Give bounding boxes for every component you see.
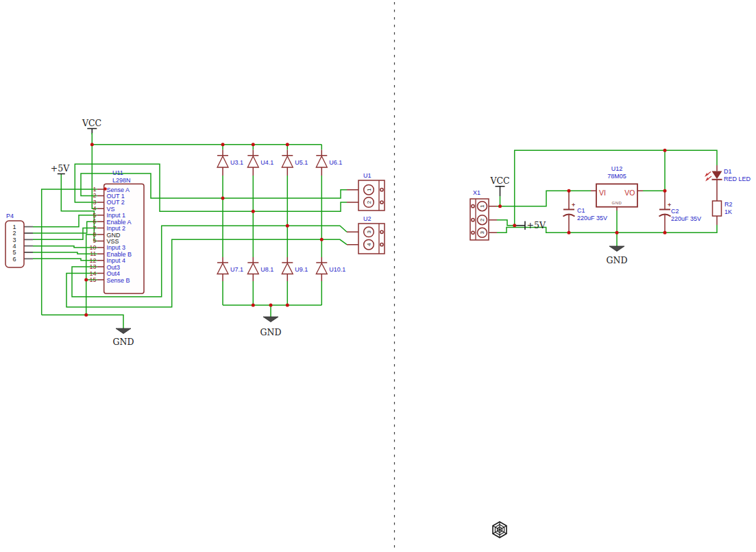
u1-pin-stubs <box>347 190 358 202</box>
svg-text:15: 15 <box>89 276 96 283</box>
u1-terminal-2-digit: 2 <box>366 200 372 204</box>
component-u11-l298n[interactable]: U11 L298N 1 2 3 4 5 6 7 8 9 10 11 12 13 … <box>89 169 144 293</box>
gnd-label-right: GND <box>607 255 628 265</box>
wire-x1-1-to-vi[interactable] <box>497 191 591 206</box>
diode-u4-symbol[interactable] <box>247 156 258 167</box>
diode-u6-symbol[interactable] <box>316 156 327 167</box>
svg-text:Input 1: Input 1 <box>107 212 126 219</box>
wire-p4-6-input4[interactable] <box>33 259 97 260</box>
c1-value: 220uF 35V <box>577 215 607 221</box>
component-p4-header[interactable]: P4 1 2 3 4 5 6 <box>5 213 33 267</box>
u11-value: L298N <box>112 177 131 184</box>
diode-u5-symbol[interactable] <box>282 156 293 167</box>
svg-text:9: 9 <box>93 237 96 244</box>
x1-hole-2 <box>472 219 474 221</box>
diode-u9-label: U9.1 <box>295 266 308 273</box>
diode-u7-label: U7.1 <box>230 266 243 273</box>
gnd-label-chip: GND <box>113 337 134 347</box>
r2-ref: R2 <box>724 201 733 208</box>
svg-text:VSS: VSS <box>107 238 119 245</box>
component-u1-terminal[interactable]: 1 2 U1 <box>347 172 385 211</box>
vcc-label-left: VCC <box>82 118 101 128</box>
p4-ref: P4 <box>6 213 14 219</box>
wire-x1-2-to-5v[interactable] <box>497 220 515 226</box>
d1-triangle[interactable] <box>712 171 722 180</box>
component-c2-capacitor[interactable]: + C2 220uF 35V <box>659 191 702 232</box>
c2-value: 220uF 35V <box>671 215 701 222</box>
gnd-symbol-right[interactable]: GND <box>607 246 628 265</box>
diode-u7-symbol[interactable] <box>217 263 228 274</box>
p4-pin-stubs <box>24 227 33 259</box>
u11-pin-stubs <box>97 189 104 280</box>
component-r2-resistor[interactable]: R2 1K <box>713 201 733 225</box>
r2-body[interactable] <box>713 201 722 216</box>
u2-terminal-4-digit: 4 <box>366 243 372 246</box>
p5v-symbol-right[interactable]: +5V <box>515 220 546 230</box>
u2-ref: U2 <box>363 215 371 222</box>
x1-terminal-1-digit: 1 <box>479 204 485 208</box>
diode-u8-symbol[interactable] <box>247 263 258 274</box>
svg-text:Out3: Out3 <box>107 264 121 271</box>
wire-vo[interactable] <box>643 150 665 191</box>
gnd-symbol-diodes[interactable]: GND <box>260 317 282 337</box>
component-u12-78m05[interactable]: U12 78M05 VI VO GND <box>591 165 643 211</box>
u2-hole-3 <box>380 230 383 233</box>
svg-text:Sense B: Sense B <box>107 277 130 284</box>
diode-u3-label: U3.1 <box>230 159 243 166</box>
flyback-diodes[interactable]: U3.1 U4.1 U5.1 U6.1 U7.1 U8.1 U9.1 U10.1 <box>217 150 345 282</box>
d1-ref: D1 <box>724 168 732 175</box>
diode-u6-label: U6.1 <box>329 159 342 166</box>
u2-hole-4 <box>380 243 383 246</box>
svg-text:OUT 1: OUT 1 <box>107 193 125 200</box>
r2-value: 1K <box>724 208 732 215</box>
c1-polarity: + <box>572 202 575 208</box>
p5v-symbol-left[interactable]: +5V <box>51 163 70 174</box>
u12-pin-gnd: GND <box>612 201 622 205</box>
p4-pin-numbers: 1 2 3 4 5 6 <box>12 224 16 263</box>
x1-hole-1 <box>472 205 474 208</box>
u1-terminal-1-digit: 1 <box>366 188 372 191</box>
wire-p4-5-enableb[interactable] <box>33 252 97 254</box>
vcc-symbol-right[interactable]: VCC <box>489 176 509 196</box>
x1-terminal-2-digit: 2 <box>479 218 485 221</box>
c1-ref: C1 <box>577 207 585 214</box>
u1-hole-2 <box>380 201 383 204</box>
x1-hole-3 <box>472 231 474 234</box>
u12-pin-vo: VO <box>624 189 635 197</box>
fritzing-web-logo <box>493 522 507 538</box>
diode-u10-symbol[interactable] <box>316 263 327 274</box>
p5v-label-left: +5V <box>51 163 70 173</box>
u12-ref: U12 <box>611 165 623 172</box>
u11-ref: U11 <box>112 169 123 176</box>
svg-text:13: 13 <box>89 263 96 270</box>
diode-u9-symbol[interactable] <box>282 263 293 274</box>
wire-p4-4-input3[interactable] <box>33 246 97 248</box>
wire-p4-1-input1[interactable] <box>33 215 97 227</box>
diode-u8-label: U8.1 <box>260 266 273 273</box>
left-power-symbols: VCC +5V GND GND <box>51 118 282 347</box>
wire-p4-3-input2[interactable] <box>33 228 97 240</box>
u12-value: 78M05 <box>607 173 626 180</box>
diode-u5-label: U5.1 <box>295 159 308 166</box>
wire-p4-2-enablea[interactable] <box>33 221 97 233</box>
wire-gnd-bus-left[interactable] <box>42 315 123 328</box>
component-x1-terminal[interactable]: 1 2 3 X1 <box>470 189 497 240</box>
d1-light-arrows <box>706 172 712 181</box>
x1-ref: X1 <box>473 189 480 196</box>
component-u2-terminal[interactable]: 3 4 U2 <box>347 215 385 254</box>
u1-ref: U1 <box>363 172 371 179</box>
gnd-symbol-chip[interactable]: GND <box>113 328 134 347</box>
component-d1-led[interactable]: D1 RED LED <box>706 165 751 201</box>
schematic-canvas: U11 L298N 1 2 3 4 5 6 7 8 9 10 11 12 13 … <box>0 0 756 552</box>
right-junction-dots <box>498 149 667 235</box>
vcc-symbol-left[interactable]: VCC <box>82 118 101 133</box>
u2-pin-stubs <box>347 232 358 244</box>
p5v-label-right: +5V <box>527 220 546 230</box>
diode-u3-symbol[interactable] <box>217 156 228 167</box>
svg-text:2: 2 <box>93 192 96 199</box>
diode-u10-label: U10.1 <box>329 266 345 273</box>
vcc-label-right: VCC <box>489 176 509 186</box>
x1-terminal-3-digit: 3 <box>479 231 485 235</box>
svg-text:5: 5 <box>93 212 96 219</box>
d1-value: RED LED <box>724 176 751 182</box>
